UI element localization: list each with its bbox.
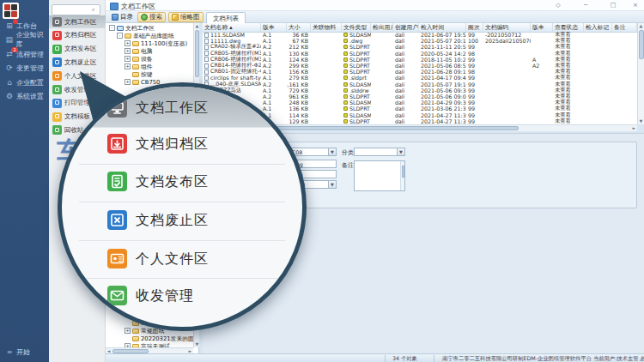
tree-expander[interactable]: + [125, 48, 131, 54]
column-header[interactable]: 检入时间 [419, 23, 466, 32]
skin-button[interactable]: ◇ [550, 2, 567, 9]
sidebar-item[interactable]: 文档归档区 [49, 29, 106, 42]
search-toggle-button[interactable]: 搜索 [137, 12, 166, 22]
sidebar-item-label: 文档归档区 [64, 31, 97, 39]
bubble-item-personal-files[interactable]: 个人文件区 [136, 249, 209, 268]
search-icon [141, 14, 148, 21]
notification-badge: 2 [11, 47, 18, 52]
document-archive-icon [107, 134, 127, 154]
tab-document-workspace[interactable]: 文档工作区 [110, 1, 155, 11]
dropdown-button[interactable]: ▼ [328, 181, 336, 188]
menu-icon: ≡ [4, 348, 15, 356]
table-cell: A.2 [261, 94, 287, 100]
folder-icon [132, 329, 139, 334]
table-cell: dali [393, 51, 419, 57]
sidebar-item[interactable]: 文档工作区 [49, 15, 106, 28]
remarks-scrollbar[interactable] [400, 161, 404, 190]
column-header[interactable]: 备注 [612, 23, 637, 32]
rail-item-label: 系统设置 [16, 92, 44, 101]
table-cell: dali [393, 38, 419, 44]
tree-expander[interactable]: - [109, 25, 115, 31]
rail-item-knowledge-base[interactable]: ▤ 企业知识库 [0, 33, 49, 46]
start-button[interactable]: ≡ 开始 [0, 345, 49, 359]
tree-expander[interactable]: + [125, 56, 131, 62]
sidebar-search-input[interactable]: ⌕ [52, 4, 100, 15]
notification-badge [13, 19, 18, 24]
sidebar-item[interactable]: 文档发布区 [49, 43, 106, 56]
table-cell: SLDPRT [342, 118, 371, 124]
tree-item[interactable]: +111-100(变压器) [125, 39, 187, 47]
category-select[interactable]: ▼ [354, 148, 405, 156]
resize-grip[interactable]: ◢ [639, 355, 643, 361]
table-cell: 729 KB [287, 87, 311, 94]
bubble-item-send-receive[interactable]: 收发管理 [136, 286, 194, 305]
document-icon [204, 69, 209, 75]
table-cell: SLDASM [342, 112, 371, 118]
table-cell: 114 KB [287, 112, 311, 118]
module-icon [52, 99, 62, 108]
bubble-item-doc-archive[interactable]: 文档归档区 [136, 134, 209, 154]
table-cell: dali [393, 100, 419, 106]
minimize-button[interactable]: ─ [577, 2, 594, 9]
table-cell: 2021-05-07 19:16:22 [419, 81, 466, 87]
close-button[interactable]: × [627, 2, 644, 9]
table-cell: 299 KB [287, 63, 311, 69]
column-header[interactable]: 关联物料 [311, 23, 342, 32]
column-header[interactable]: 文档名称 ▴ [203, 23, 261, 32]
bubble-item-doc-publish[interactable]: 文档发布区 [136, 172, 209, 191]
folder-icon [132, 336, 139, 341]
maximize-button[interactable]: □ [605, 2, 622, 9]
column-header[interactable]: 检入标记 [584, 23, 612, 32]
category-label: 分类 [342, 148, 354, 157]
column-header[interactable]: 版本 [531, 23, 553, 32]
table-cell: 2021-04-17 09:42:47 [419, 75, 466, 81]
table-cell: SLDASM [342, 32, 371, 38]
rail-item-change-mgmt[interactable]: ⟳ 变更管理 [0, 61, 49, 75]
table-cell: SLDPRT [342, 69, 371, 75]
table-cell: 99 [466, 57, 483, 63]
table-vertical-scrollbar[interactable]: ▲ ▼ [637, 23, 644, 124]
table-cell: 130 KB [287, 51, 311, 57]
column-header[interactable]: 创建用户 [393, 23, 419, 32]
dropdown-button[interactable]: ▼ [397, 148, 404, 155]
tree-expander[interactable]: + [125, 328, 131, 334]
directory-button[interactable]: 目录 [109, 12, 136, 22]
table-cell: 99 [466, 112, 483, 118]
rail-item-system-settings[interactable]: ⚙ 系统设置 [0, 89, 49, 103]
table-cell: A [531, 57, 553, 63]
thumbnail-toggle-button[interactable]: 缩略图 [168, 12, 204, 22]
table-cell: 99 [466, 81, 483, 87]
tree-expander[interactable]: - [117, 33, 123, 39]
table-cell: dali [393, 57, 419, 63]
document-icon [204, 33, 209, 38]
filetype-icon [343, 57, 348, 62]
bubble-item-doc-workspace[interactable]: 文档工作区 [136, 98, 209, 118]
filetype-icon [343, 69, 348, 74]
module-icon [52, 17, 62, 27]
column-header[interactable]: 检出用户 [371, 23, 393, 32]
column-header[interactable]: 版本 [261, 23, 287, 32]
dropdown-button[interactable]: ▼ [328, 148, 336, 155]
thumbnail-icon [172, 14, 179, 21]
bubble-item-doc-void[interactable]: 文档废止区 [136, 210, 209, 230]
rail-item-enterprise-config[interactable]: ⌂ 企业配置 [0, 75, 49, 89]
table-cell: 99 [466, 32, 483, 38]
column-header[interactable]: 文档编码 [483, 23, 531, 32]
table-cell: 129 KB [287, 118, 311, 124]
document-workspace-icon [110, 3, 118, 10]
table-cell: 961 KB [287, 94, 311, 100]
tree-expander[interactable]: + [125, 40, 131, 46]
column-header[interactable]: 大小 [287, 23, 311, 32]
table-cell: A.1 [261, 38, 287, 44]
tab-label: 文档工作区 [121, 2, 155, 11]
remarks-textarea[interactable] [354, 160, 405, 191]
table-cell: A2 [531, 63, 553, 69]
column-header[interactable]: 文件类型 [342, 23, 371, 32]
table-cell: 2021-11-11 20:58:12 [419, 44, 466, 50]
logo-mark [4, 11, 10, 17]
rail-item-process-mgmt[interactable]: ⇄2 流程管理 [0, 47, 49, 61]
column-header[interactable]: 圈次 [466, 23, 483, 32]
table-cell: 98 [466, 51, 483, 57]
tab-document-list[interactable]: 文档列表 [206, 12, 246, 23]
search-icon[interactable]: ⌕ [92, 7, 98, 13]
